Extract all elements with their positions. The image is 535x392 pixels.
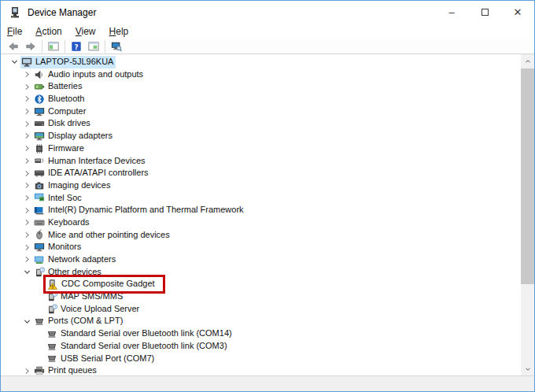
chevron-right-icon[interactable]	[20, 144, 33, 153]
chevron-right-icon[interactable]	[20, 206, 33, 215]
menu-view[interactable]: View	[76, 26, 96, 37]
device-manager-window: Device Manager – ✕ File Action View Help…	[0, 0, 535, 392]
port-icon	[46, 353, 57, 364]
tree-item-label: IDE ATA/ATAPI controllers	[48, 167, 149, 179]
chevron-right-icon[interactable]	[20, 243, 33, 252]
properties-button[interactable]	[85, 39, 102, 54]
tree-item[interactable]: CDC Composite Gadget	[1, 278, 521, 290]
tree-item[interactable]: Human Interface Devices	[1, 155, 521, 168]
tree-item[interactable]: IDE ATA/ATAPI controllers	[1, 167, 521, 179]
disk-icon	[34, 118, 45, 129]
menu-file[interactable]: File	[7, 26, 22, 37]
firmware-icon	[34, 143, 45, 154]
port-icon	[34, 316, 45, 327]
minimize-button[interactable]: –	[435, 1, 468, 24]
scan-hardware-changes-button[interactable]	[108, 39, 125, 54]
properties-icon	[88, 41, 99, 52]
chevron-right-icon[interactable]	[20, 194, 33, 202]
chevron-down-icon[interactable]	[20, 317, 33, 326]
back-button[interactable]	[5, 39, 22, 54]
tree-item-label: Standard Serial over Bluetooth link (COM…	[61, 327, 232, 340]
tree-item[interactable]: Intel Soc	[1, 192, 521, 205]
tree-item[interactable]: Display adapters	[1, 130, 521, 142]
tree-item-label: Voice Upload Server	[61, 303, 139, 316]
tree-item-label: Display adapters	[48, 130, 113, 142]
tree-item[interactable]: LAPTOP-5JL96KUA	[1, 56, 521, 68]
tree-item-label: CDC Composite Gadget	[61, 278, 155, 290]
menu-action[interactable]: Action	[35, 26, 61, 37]
chevron-right-icon[interactable]	[20, 255, 33, 264]
tree-item-label: USB Serial Port (COM7)	[61, 353, 154, 365]
monitor-icon	[34, 106, 45, 117]
tree-item[interactable]: Disk drives	[1, 117, 521, 130]
tree-item[interactable]: Print queues	[1, 364, 521, 375]
tree-item[interactable]: Audio inputs and outputs	[1, 68, 521, 81]
tree-item[interactable]: Intel(R) Dynamic Platform and Thermal Fr…	[1, 204, 521, 216]
chevron-right-icon[interactable]	[20, 83, 33, 91]
toolbar-separator	[42, 40, 42, 53]
chevron-right-icon[interactable]	[20, 120, 33, 128]
maximize-button[interactable]	[468, 1, 501, 24]
tree-item[interactable]: Imaging devices	[1, 179, 521, 192]
close-button[interactable]: ✕	[501, 1, 534, 24]
ide-icon	[34, 168, 45, 179]
tree-item-label: Audio inputs and outputs	[48, 68, 143, 81]
chevron-right-icon[interactable]	[20, 94, 33, 103]
tree-item[interactable]: USB Serial Port (COM7)	[1, 353, 521, 365]
tree-panel: LAPTOP-5JL96KUAAudio inputs and outputsB…	[1, 54, 534, 375]
tree-item[interactable]: Standard Serial over Bluetooth link (COM…	[1, 327, 521, 340]
tree-item-label: Print queues	[48, 364, 97, 375]
tree-item-label: Firmware	[48, 142, 84, 155]
scrollbar-thumb[interactable]	[521, 68, 534, 284]
chevron-right-icon[interactable]	[20, 181, 33, 190]
annotation-highlight-box[interactable]: CDC Composite Gadget	[43, 275, 165, 294]
port-icon	[46, 328, 57, 339]
chevron-right-icon[interactable]	[20, 367, 33, 375]
chevron-right-icon[interactable]	[20, 218, 33, 227]
statusbar	[1, 375, 534, 391]
soc-icon	[34, 192, 45, 203]
tree-item[interactable]: Network adapters	[1, 253, 521, 266]
chevron-down-icon[interactable]	[20, 268, 33, 276]
menu-help[interactable]: Help	[109, 26, 129, 37]
display-icon	[34, 131, 45, 142]
forward-button[interactable]	[22, 39, 39, 54]
monitor-icon	[34, 242, 45, 253]
tree-item[interactable]: Ports (COM & LPT)	[1, 315, 521, 327]
chevron-right-icon[interactable]	[20, 131, 33, 140]
chevron-right-icon[interactable]	[20, 157, 33, 165]
audio-icon	[34, 69, 45, 80]
tree-item-label: Network adapters	[48, 253, 116, 266]
tree-item-label: Batteries	[48, 80, 82, 93]
chevron-right-icon[interactable]	[20, 169, 33, 178]
scroll-down-icon[interactable]	[521, 362, 534, 375]
show-console-tree-icon	[48, 41, 59, 52]
chevron-right-icon[interactable]	[20, 70, 33, 79]
tree-item[interactable]: Batteries	[1, 80, 521, 93]
scroll-up-icon[interactable]	[521, 54, 534, 68]
tree-item-label: Imaging devices	[48, 179, 111, 192]
chevron-down-icon[interactable]	[8, 57, 20, 66]
chevron-right-icon[interactable]	[20, 107, 33, 116]
tree-item-label: Intel(R) Dynamic Platform and Thermal Fr…	[48, 204, 244, 216]
tree-item[interactable]: Keyboards	[1, 216, 521, 229]
mouse-icon	[34, 229, 45, 240]
tree-item[interactable]: Mice and other pointing devices	[1, 229, 521, 242]
show-console-tree-button[interactable]	[45, 39, 62, 54]
maximize-icon	[482, 9, 489, 16]
svg-text:?: ?	[41, 267, 43, 272]
tree-item-label: Human Interface Devices	[48, 155, 146, 168]
tree-item[interactable]: Standard Serial over Bluetooth link (COM…	[1, 340, 521, 353]
help-button[interactable]: ?	[68, 39, 85, 54]
tree-item-label: Computer	[48, 105, 86, 118]
tree-item[interactable]: Bluetooth	[1, 93, 521, 105]
hid-icon	[34, 155, 45, 166]
tree-item[interactable]: Monitors	[1, 241, 521, 253]
tree-item[interactable]: ?Voice Upload Server	[1, 303, 521, 316]
tree-item[interactable]: Computer	[1, 105, 521, 118]
network-icon	[34, 254, 45, 265]
vertical-scrollbar[interactable]	[521, 54, 534, 375]
computer-icon	[21, 57, 32, 68]
tree-item[interactable]: Firmware	[1, 142, 521, 155]
chevron-right-icon[interactable]	[20, 231, 33, 239]
